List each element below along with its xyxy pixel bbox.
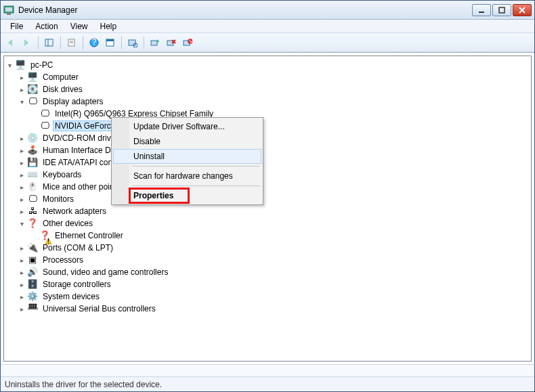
menu-help[interactable]: Help [95,20,123,32]
tree-label: Ethernet Controller [53,230,125,241]
ctx-update-driver[interactable]: Update Driver Software... [113,119,261,134]
expand-icon[interactable]: ▸ [18,73,26,81]
tree-row[interactable]: ▸🖱️Mice and other pointing devices [16,181,530,193]
tree-row[interactable]: ▸🗄️Storage controllers [16,278,530,290]
expand-icon[interactable]: ▸ [18,134,26,142]
collapse-icon[interactable]: ▾ [18,219,26,227]
tree-row[interactable]: ▸🖵Monitors [16,193,530,205]
help-icon[interactable]: ? [87,35,102,50]
collapse-icon[interactable]: ▾ [18,97,26,106]
calendar-icon[interactable] [103,35,118,50]
status-text: Uninstalls the driver for the selected d… [5,380,162,389]
menu-action[interactable]: Action [30,20,63,32]
menubar: FileActionViewHelp [1,20,534,33]
menu-file[interactable]: File [5,20,28,32]
titlebar[interactable]: Device Manager [1,1,534,20]
tree-label: Universal Serial Bus controllers [41,303,158,314]
expand-icon[interactable]: ▸ [18,195,26,203]
storage-icon: 🗄️ [27,279,38,290]
tree-row[interactable]: ▸💽Disk drives [16,83,530,95]
ctx-label: Uninstall [133,152,165,161]
tree-row[interactable]: ❓!Ethernet Controller [28,230,530,242]
statusbar: Uninstalls the driver for the selected d… [1,376,534,391]
device-tree[interactable]: ▾🖥️pc-PC▸🖥️Computer▸💽Disk drives▾🖵Displa… [3,56,532,362]
svg-text:?: ? [92,38,97,47]
svg-rect-2 [7,14,11,15]
tree-label: Sound, video and game controllers [41,267,170,278]
device-manager-window: Device Manager FileActionViewHelp ? ▾🖥️p… [0,0,535,392]
hid-icon: 🕹️ [27,145,38,156]
properties-icon[interactable] [64,35,79,50]
close-button[interactable] [513,4,532,16]
tree-label: Disk drives [41,84,85,95]
tree-row[interactable]: ▸🔌Ports (COM & LPT) [16,242,530,254]
ctx-uninstall[interactable]: Uninstall [113,149,261,164]
expand-icon[interactable]: ▸ [18,305,26,313]
uninstall-icon[interactable] [164,35,179,50]
tree-label: Storage controllers [41,279,113,290]
tree-row[interactable]: ▸🖥️Computer [16,71,530,83]
svg-line-6 [519,7,525,13]
tree-row[interactable]: ▾❓Other devices [16,217,530,230]
minimize-button[interactable] [472,4,491,16]
expand-icon[interactable]: ▸ [18,171,26,179]
ctx-disable[interactable]: Disable [113,134,261,149]
display-adapter-icon: 🖵 [27,96,38,107]
mouse-icon: 🖱️ [27,181,38,192]
tree-row[interactable]: ▸💿DVD/CD-ROM drives [16,132,530,144]
tree-row[interactable]: ▸🔊Sound, video and game controllers [16,266,530,278]
tree-row[interactable]: ▸⚙️System devices [16,290,530,303]
svg-marker-21 [157,39,159,43]
menu-view[interactable]: View [65,20,93,32]
tree-row[interactable]: ▸ᚙUniversal Serial Bus controllers [16,303,530,315]
computer-icon: 🖥️ [27,72,38,83]
back-icon[interactable] [3,35,18,50]
tree-row[interactable]: ▾🖥️pc-PC [4,59,530,71]
tree-area: ▾🖥️pc-PC▸🖥️Computer▸💽Disk drives▾🖵Displa… [1,52,534,364]
tree-row[interactable]: ▸🕹️Human Interface Devices [16,144,530,156]
expand-icon[interactable]: ▸ [18,146,26,154]
expand-icon[interactable]: ▸ [18,183,26,191]
ctx-scan[interactable]: Scan for hardware changes [113,169,261,183]
collapse-icon[interactable]: ▾ [5,61,14,69]
tree-row[interactable]: ▸⌨️Keyboards [16,169,530,181]
app-icon [3,5,14,16]
expand-icon[interactable]: ▸ [18,268,26,276]
tree-label: DVD/CD-ROM drives [41,133,121,144]
processor-icon: ▣ [27,255,38,265]
tree-label: Monitors [41,194,76,204]
tree-row[interactable]: ▸💾IDE ATA/ATAPI controllers [16,156,530,169]
expand-icon[interactable]: ▸ [18,280,26,288]
svg-line-5 [519,7,525,13]
tree-row[interactable]: ▸▣Processors [16,254,530,266]
tree-label: pc-PC [28,60,55,70]
tree-label: Keyboards [41,169,83,180]
tree-label: Network adapters [41,206,108,217]
expand-icon[interactable]: ▸ [18,244,26,252]
expand-icon[interactable]: ▸ [18,207,26,215]
tree-row[interactable]: ▾🖵Display adapters [16,95,530,108]
expand-icon[interactable]: ▸ [18,292,26,301]
tree-label: Processors [41,255,85,265]
ctx-label: Update Driver Software... [133,122,225,131]
ctx-properties[interactable]: Properties [113,188,261,203]
expand-icon[interactable]: ▸ [18,85,26,93]
expand-icon[interactable]: ▸ [18,256,26,264]
context-menu: Update Driver Software...DisableUninstal… [111,117,263,205]
update-driver-icon[interactable] [148,35,163,50]
tree-label: Display adapters [41,96,105,107]
toolbar: ? [1,33,534,52]
disable-icon[interactable] [180,35,195,50]
ctx-label: Properties [133,191,173,200]
scan-hardware-icon[interactable] [125,35,140,50]
maximize-button[interactable] [492,4,511,16]
system-icon: ⚙️ [27,291,38,302]
expand-icon[interactable]: ▸ [18,158,26,167]
tree-row[interactable]: 🖵Intel(R) Q965/Q963 Express Chipset Fami… [28,108,530,120]
show-hide-console-tree-icon[interactable] [42,35,57,50]
forward-icon[interactable] [20,35,35,50]
tree-row[interactable]: 🖵NVIDIA GeForce [28,120,530,132]
ide-icon: 💾 [27,157,38,168]
tree-row[interactable]: ▸🖧Network adapters [16,205,530,217]
svg-rect-1 [5,7,12,12]
